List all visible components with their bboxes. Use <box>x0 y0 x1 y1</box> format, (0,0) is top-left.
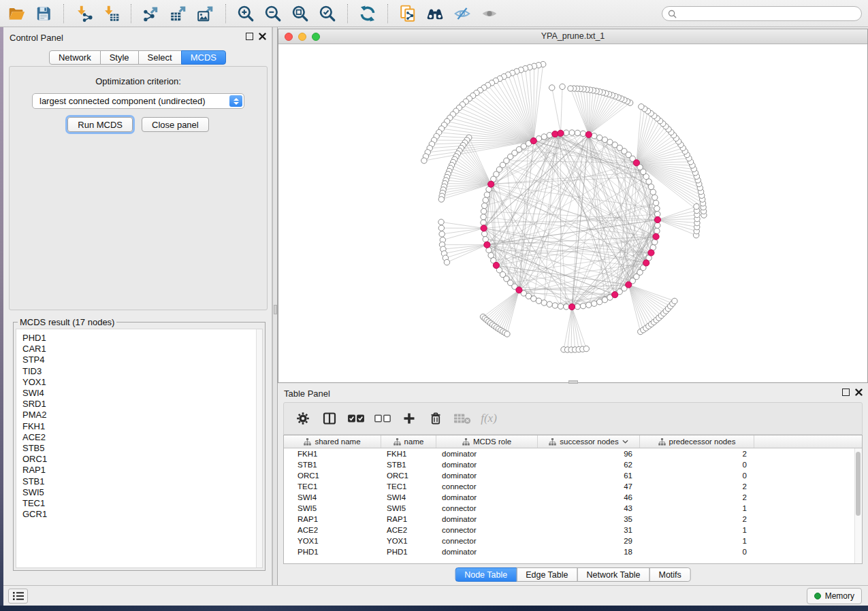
mcds-result-item[interactable]: STB1 <box>22 476 262 487</box>
graph-node[interactable] <box>672 298 677 303</box>
graph-node[interactable] <box>580 131 585 136</box>
cell-shared-name[interactable]: TEC1 <box>284 481 381 492</box>
mcds-result-item[interactable]: TEC1 <box>22 498 262 509</box>
cell-successor-nodes[interactable]: 29 <box>538 535 640 546</box>
graph-node[interactable] <box>583 346 589 351</box>
cell-successor-nodes[interactable]: 31 <box>538 525 640 535</box>
graph-hub-node[interactable] <box>653 233 659 240</box>
table-row[interactable]: STB1STB1dominator620 <box>284 459 862 470</box>
network-graph[interactable] <box>278 44 867 382</box>
graph-node[interactable] <box>592 301 597 306</box>
graph-node[interactable] <box>558 303 563 309</box>
graph-node[interactable] <box>481 208 486 214</box>
split-view-button[interactable] <box>319 408 340 429</box>
graph-node[interactable] <box>569 130 575 135</box>
tab-select[interactable]: Select <box>138 50 182 65</box>
save-session-button[interactable] <box>31 3 56 24</box>
cell-shared-name[interactable]: SWI5 <box>284 503 381 514</box>
tab-network[interactable]: Network <box>49 50 101 65</box>
cell-name[interactable]: YOX1 <box>381 535 436 546</box>
cell-shared-name[interactable]: FKH1 <box>284 448 381 459</box>
cell-shared-name[interactable]: STB1 <box>284 459 381 470</box>
graph-node[interactable] <box>654 228 660 233</box>
cell-predecessor-nodes[interactable]: 1 <box>640 535 754 546</box>
cell-successor-nodes[interactable]: 18 <box>538 546 640 557</box>
cell-predecessor-nodes[interactable]: 2 <box>640 514 754 525</box>
cell-successor-nodes[interactable]: 35 <box>538 514 640 525</box>
table-row[interactable]: ORC1ORC1dominator610 <box>284 470 862 481</box>
cell-predecessor-nodes[interactable]: 2 <box>640 481 754 492</box>
network-window-titlebar[interactable]: YPA_prune.txt_1 <box>278 29 867 44</box>
graph-node[interactable] <box>481 220 486 225</box>
graph-node[interactable] <box>580 303 585 308</box>
cell-name[interactable]: PHD1 <box>381 546 436 557</box>
cell-predecessor-nodes[interactable]: 0 <box>640 459 754 470</box>
graph-node[interactable] <box>592 133 597 139</box>
cell-MCDS-role[interactable]: connector <box>436 535 538 546</box>
export-network-button[interactable] <box>139 3 163 24</box>
mcds-result-item[interactable]: PHD1 <box>22 333 262 344</box>
column-header-name[interactable]: name <box>381 435 436 448</box>
cell-name[interactable]: STB1 <box>381 459 436 470</box>
graph-hub-node[interactable] <box>633 160 639 166</box>
table-row[interactable]: YOX1YOX1connector291 <box>284 535 862 546</box>
float-window-icon[interactable] <box>246 33 253 40</box>
mcds-result-item[interactable]: YOX1 <box>22 377 262 388</box>
cell-MCDS-role[interactable]: dominator <box>436 546 538 557</box>
graph-node[interactable] <box>655 222 660 228</box>
graph-node[interactable] <box>481 203 487 208</box>
mcds-result-item[interactable]: ORC1 <box>22 454 262 465</box>
graph-hub-node[interactable] <box>552 131 558 137</box>
graph-hub-node[interactable] <box>516 287 522 293</box>
graph-node[interactable] <box>575 130 580 135</box>
graph-node[interactable] <box>484 192 489 197</box>
hide-selected-button[interactable] <box>450 3 475 24</box>
tab-edge-table[interactable]: Edge Table <box>516 567 577 582</box>
tab-network-table[interactable]: Network Table <box>577 567 650 582</box>
column-header-shared-name[interactable]: shared name <box>284 435 381 448</box>
graph-node[interactable] <box>481 214 486 220</box>
graph-node[interactable] <box>421 158 427 163</box>
graph-node[interactable] <box>541 300 547 306</box>
graph-node[interactable] <box>564 304 569 310</box>
select-all-rows-button[interactable] <box>345 408 367 429</box>
cell-shared-name[interactable]: ORC1 <box>284 470 381 481</box>
graph-node[interactable] <box>655 212 660 217</box>
cell-shared-name[interactable]: SWI4 <box>284 492 381 503</box>
graph-node[interactable] <box>652 240 658 245</box>
graph-node[interactable] <box>639 104 644 110</box>
export-table-button[interactable] <box>166 3 191 24</box>
column-header-successor-nodes[interactable]: successor nodes <box>538 435 640 448</box>
import-table-button[interactable] <box>99 3 123 24</box>
graph-node[interactable] <box>547 301 552 307</box>
graph-node[interactable] <box>549 85 555 90</box>
float-table-panel-icon[interactable] <box>842 389 850 396</box>
graph-node[interactable] <box>694 203 699 209</box>
graph-node[interactable] <box>438 219 444 225</box>
clone-network-button[interactable] <box>396 3 420 24</box>
mcds-result-item[interactable]: CAR1 <box>22 344 262 354</box>
cell-shared-name[interactable]: YOX1 <box>284 535 381 546</box>
cell-name[interactable]: TEC1 <box>381 481 436 492</box>
table-row[interactable]: RAP1RAP1dominator352 <box>284 514 862 525</box>
cell-successor-nodes[interactable]: 62 <box>538 459 640 470</box>
cell-name[interactable]: SWI4 <box>381 492 436 503</box>
mcds-result-item[interactable]: STP4 <box>22 354 262 365</box>
graph-hub-node[interactable] <box>481 225 487 231</box>
graph-node[interactable] <box>481 231 487 236</box>
mcds-result-item[interactable]: SWI4 <box>22 388 262 399</box>
memory-button[interactable]: Memory <box>807 588 862 604</box>
apply-layout-button[interactable] <box>355 3 380 24</box>
table-scrollbar-thumb[interactable] <box>856 452 861 516</box>
graph-node[interactable] <box>602 137 607 142</box>
tab-style[interactable]: Style <box>100 50 139 65</box>
graph-hub-node[interactable] <box>558 130 564 136</box>
cell-MCDS-role[interactable]: dominator <box>436 470 538 481</box>
close-panel-icon[interactable] <box>259 33 266 40</box>
cell-successor-nodes[interactable]: 43 <box>538 503 640 514</box>
table-row[interactable]: PHD1PHD1dominator180 <box>284 546 862 557</box>
cell-predecessor-nodes[interactable]: 0 <box>640 546 754 557</box>
mcds-result-item[interactable]: TID3 <box>22 366 262 377</box>
add-column-button[interactable] <box>398 408 420 429</box>
tab-motifs[interactable]: Motifs <box>649 567 690 582</box>
